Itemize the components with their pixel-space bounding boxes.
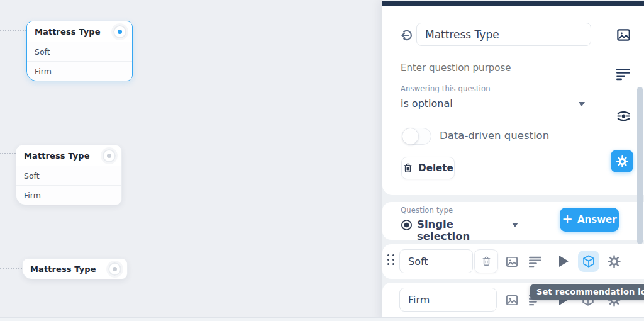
- single-selection-icon: [108, 262, 121, 276]
- question-node-header[interactable]: Mattress Type: [16, 145, 121, 166]
- question-title-input[interactable]: [416, 23, 591, 46]
- align-left-icon[interactable]: [528, 255, 542, 268]
- connector-line: [0, 268, 22, 269]
- cube-icon[interactable]: [578, 251, 599, 272]
- tooltip-text: Set recommendation logic: [536, 287, 644, 296]
- answer-row[interactable]: Firm: [27, 61, 132, 81]
- tune-icon[interactable]: [614, 107, 632, 125]
- required-setting-label: Answering this question: [401, 84, 491, 93]
- trash-icon: [481, 256, 492, 267]
- radio-selected-icon: [401, 219, 413, 231]
- chevron-down-icon: [579, 102, 585, 106]
- answer-row[interactable]: Firm: [16, 185, 121, 205]
- align-left-icon[interactable]: [615, 67, 631, 82]
- connector-line: [0, 30, 26, 31]
- connector-line: [0, 153, 16, 154]
- image-icon[interactable]: [504, 254, 519, 269]
- answer-text-input[interactable]: [399, 249, 473, 273]
- question-type-dropdown[interactable]: Single selection: [401, 218, 501, 233]
- flow-canvas[interactable]: Mattress Type Soft Firm Mattress Type So…: [0, 0, 382, 321]
- gear-icon[interactable]: [606, 254, 621, 269]
- drag-handle-icon[interactable]: [387, 254, 395, 266]
- question-purpose-input[interactable]: [399, 59, 581, 77]
- answer-row[interactable]: Soft: [16, 166, 121, 185]
- answer-row[interactable]: Soft: [27, 42, 132, 61]
- return-arrow-icon[interactable]: [399, 27, 415, 43]
- toggle-knob[interactable]: [402, 128, 419, 145]
- plus-icon: +: [562, 213, 573, 226]
- question-node-title: Mattress Type: [24, 151, 90, 160]
- question-node[interactable]: Mattress Type: [22, 258, 128, 279]
- delete-button[interactable]: Delete: [401, 157, 455, 179]
- question-node-header[interactable]: Mattress Type: [23, 259, 127, 279]
- data-driven-toggle[interactable]: [402, 128, 431, 145]
- question-type-value: Single selection: [417, 218, 501, 242]
- viewport-bottom-edge: [0, 317, 644, 321]
- question-node-title: Mattress Type: [35, 27, 101, 37]
- single-selection-icon: [103, 149, 116, 162]
- image-icon[interactable]: [504, 293, 519, 307]
- question-node-selected[interactable]: Mattress Type Soft Firm: [26, 21, 133, 81]
- required-setting-value: is optional: [401, 98, 453, 110]
- chevron-down-icon: [512, 223, 518, 227]
- data-driven-label: Data-driven question: [440, 130, 549, 142]
- question-node[interactable]: Mattress Type Soft Firm: [16, 145, 122, 205]
- trash-icon: [402, 162, 413, 174]
- settings-gear-button[interactable]: [611, 150, 633, 172]
- tooltip: Set recommendation logic: [530, 284, 644, 300]
- required-setting-dropdown[interactable]: is optional: [401, 98, 589, 111]
- image-icon[interactable]: [615, 26, 631, 43]
- question-node-title: Mattress Type: [30, 264, 96, 274]
- question-type-label: Question type: [401, 206, 453, 215]
- single-selection-icon: [113, 25, 126, 38]
- add-answer-button[interactable]: + Answer: [560, 208, 619, 232]
- panel-scrollbar[interactable]: [637, 87, 643, 244]
- delete-button-label: Delete: [418, 162, 453, 174]
- play-icon[interactable]: [557, 254, 570, 268]
- panel-top-accent-bar: [382, 1, 644, 6]
- question-node-header[interactable]: Mattress Type: [27, 21, 132, 42]
- add-answer-label: Answer: [577, 214, 617, 225]
- delete-answer-button[interactable]: [474, 249, 498, 273]
- screen: Mattress Type Soft Firm Mattress Type So…: [0, 0, 644, 321]
- answer-text-input[interactable]: [399, 288, 497, 312]
